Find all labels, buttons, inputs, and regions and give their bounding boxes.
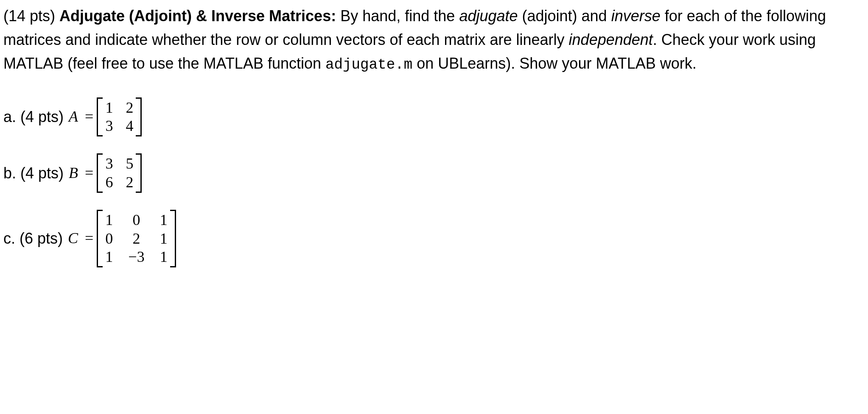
matrix-cell: 1 [105, 99, 113, 117]
matrix-variable: B [69, 161, 78, 185]
matrix-cell: 3 [105, 117, 113, 135]
matrix-cell: 0 [105, 230, 113, 247]
text: (adjoint) and [518, 7, 611, 25]
matrix-c: 1 0 1 0 2 1 1 −3 1 [97, 210, 176, 267]
right-bracket-icon [136, 97, 142, 137]
matrix-cell: 1 [105, 211, 113, 229]
matrix-cell: 5 [126, 155, 133, 172]
matrix-cell: 1 [105, 248, 113, 266]
inverse-word: inverse [611, 7, 661, 25]
matrix-cell: 2 [126, 174, 133, 191]
matrix-cell: 2 [128, 230, 144, 247]
problem-c: c. (6 pts) C = 1 0 1 0 2 1 1 −3 1 [3, 210, 865, 267]
independent-word: independent [569, 31, 653, 48]
matrix-expression: A = 1 2 3 4 [68, 97, 142, 137]
right-bracket-icon [136, 153, 142, 193]
equals-sign: = [85, 105, 93, 129]
matrix-cell: 0 [128, 211, 144, 229]
problem-label: b. (4 pts) [3, 161, 64, 185]
matrix-cell: 1 [160, 248, 168, 266]
problem-a: a. (4 pts) A = 1 2 3 4 [3, 97, 865, 137]
left-bracket-icon [97, 210, 103, 267]
left-bracket-icon [97, 97, 103, 137]
matrix-cell: 6 [105, 174, 113, 191]
matrix-cell: 4 [126, 117, 133, 135]
matrix-body: 1 0 1 0 2 1 1 −3 1 [103, 210, 170, 267]
equals-sign: = [85, 227, 93, 250]
text: on UBLearns). Show your MATLAB work. [412, 55, 697, 72]
matrix-variable: A [69, 105, 78, 129]
matrix-a: 1 2 3 4 [97, 97, 142, 137]
sep [336, 7, 340, 25]
problems-list: a. (4 pts) A = 1 2 3 4 b. (4 pts) B = [3, 97, 865, 268]
matrix-expression: C = 1 0 1 0 2 1 1 −3 1 [67, 210, 176, 267]
matrix-cell: 3 [105, 155, 113, 172]
matrix-cell: 2 [126, 99, 133, 117]
matrix-cell: 1 [160, 230, 168, 247]
problem-prompt: (14 pts) Adjugate (Adjoint) & Inverse Ma… [3, 4, 865, 76]
matrix-cell: −3 [128, 248, 144, 266]
problem-label: c. (6 pts) [3, 227, 63, 250]
matrix-body: 3 5 6 2 [103, 153, 136, 193]
title: Adjugate (Adjoint) & Inverse Matrices: [59, 7, 336, 25]
function-name: adjugate.m [325, 57, 412, 73]
text: By hand, find the [340, 7, 459, 25]
matrix-b: 3 5 6 2 [97, 153, 142, 193]
matrix-variable: C [68, 227, 78, 250]
problem-b: b. (4 pts) B = 3 5 6 2 [3, 153, 865, 193]
right-bracket-icon [170, 210, 176, 267]
matrix-body: 1 2 3 4 [103, 97, 136, 137]
left-bracket-icon [97, 153, 103, 193]
points-label: (14 pts) [3, 7, 59, 25]
problem-label: a. (4 pts) [3, 105, 64, 129]
adjugate-word: adjugate [459, 7, 518, 25]
matrix-expression: B = 3 5 6 2 [68, 153, 142, 193]
equals-sign: = [85, 161, 93, 185]
matrix-cell: 1 [160, 211, 168, 229]
